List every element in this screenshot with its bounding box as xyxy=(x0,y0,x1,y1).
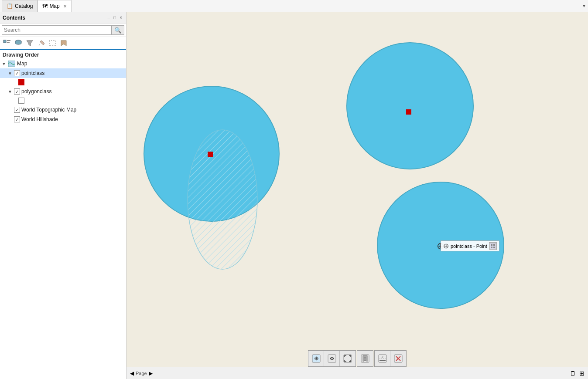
float-icon[interactable]: □ xyxy=(112,15,117,20)
map-expand-icon[interactable]: ▼ xyxy=(2,61,8,66)
pan-button[interactable]: ⊕ xyxy=(308,351,324,366)
pencil-icon[interactable] xyxy=(36,38,46,48)
filter-icon[interactable] xyxy=(24,38,35,48)
contents-header: Contents – □ × xyxy=(0,12,126,24)
rotate-button[interactable] xyxy=(324,351,340,366)
tab-map[interactable]: 🗺 Map ✕ xyxy=(38,0,71,12)
measure-button[interactable]: ✓ xyxy=(375,351,390,366)
map-tab-close[interactable]: ✕ xyxy=(63,4,67,9)
list-view-icon[interactable] xyxy=(2,38,12,48)
navigation-tools-group: ⊕ xyxy=(308,350,356,367)
pointclass-expand-icon[interactable]: ▼ xyxy=(8,71,14,76)
svg-rect-17 xyxy=(208,152,213,157)
layer-item-pointclass[interactable]: ▼ pointclass xyxy=(0,68,126,78)
catalog-tab-icon: 📋 xyxy=(7,3,13,9)
world-hillshade-label: World Hillshade xyxy=(21,116,58,122)
map-area[interactable]: ⊕ ⊕ pointclass - Point xyxy=(126,12,588,379)
bookmark-map-button[interactable] xyxy=(357,351,373,366)
minimize-icon[interactable]: – xyxy=(106,15,112,20)
measure-group: ✓ xyxy=(374,350,407,367)
page-label: Page xyxy=(136,371,147,376)
svg-rect-27 xyxy=(328,355,336,362)
svg-point-15 xyxy=(347,43,473,169)
bottom-toolbar: ⊕ xyxy=(308,350,407,367)
world-topo-label: World Topographic Map xyxy=(21,107,76,113)
map-canvas: ⊕ xyxy=(126,12,588,379)
status-bar: ◀ Page ▶ 🗒 ⊞ xyxy=(126,367,588,379)
svg-rect-1 xyxy=(7,40,10,41)
svg-point-14 xyxy=(188,130,257,269)
svg-marker-6 xyxy=(38,44,40,45)
select-icon[interactable] xyxy=(47,38,58,48)
main-layout: Contents – □ × 🔍 xyxy=(0,12,588,379)
svg-rect-5 xyxy=(40,41,44,45)
extent-button[interactable] xyxy=(340,351,356,366)
search-button[interactable]: 🔍 xyxy=(112,25,124,35)
pointclass-checkbox[interactable] xyxy=(14,70,20,76)
svg-rect-8 xyxy=(49,41,55,46)
layout-icon[interactable]: 🗒 xyxy=(570,370,576,377)
map-tab-icon: 🗺 xyxy=(42,3,48,9)
svg-text:⊕: ⊕ xyxy=(437,240,444,251)
svg-rect-7 xyxy=(49,41,55,46)
contents-toolbar xyxy=(0,37,126,50)
search-box: 🔍 xyxy=(0,24,126,37)
svg-rect-2 xyxy=(7,42,10,43)
map-layer-icon xyxy=(8,60,16,67)
svg-text:✓: ✓ xyxy=(381,355,384,359)
polygonclass-symbol xyxy=(18,98,24,104)
svg-text:⊕: ⊕ xyxy=(314,355,318,362)
map-layer-label: Map xyxy=(17,61,27,67)
contents-panel: Contents – □ × 🔍 xyxy=(0,12,126,379)
tab-catalog[interactable]: 📋 Catalog xyxy=(2,0,38,12)
world-hillshade-checkbox[interactable] xyxy=(14,116,20,122)
world-topo-checkbox[interactable] xyxy=(14,107,20,113)
layer-item-world-hillshade[interactable]: ▶ World Hillshade xyxy=(0,115,126,124)
tab-bar: 📋 Catalog 🗺 Map ✕ ▼ xyxy=(0,0,588,12)
catalog-tab-label: Catalog xyxy=(15,3,33,9)
search-input[interactable] xyxy=(2,25,112,35)
pointclass-legend xyxy=(0,78,126,87)
svg-rect-0 xyxy=(3,40,6,43)
cancel-button[interactable] xyxy=(390,351,406,366)
bookmark-group xyxy=(357,350,373,367)
svg-rect-18 xyxy=(406,109,411,115)
prev-page-btn[interactable]: ◀ xyxy=(130,370,134,376)
map-tab-label: Map xyxy=(49,3,59,9)
layer-item-polygonclass[interactable]: ▼ polygonclass xyxy=(0,87,126,96)
close-icon[interactable]: × xyxy=(118,15,123,20)
database-icon[interactable] xyxy=(13,38,24,48)
polygonclass-expand-icon[interactable]: ▼ xyxy=(8,89,14,94)
grid-view-icon[interactable]: ⊞ xyxy=(579,370,585,377)
pointclass-symbol xyxy=(18,79,24,85)
polygonclass-label: polygonclass xyxy=(21,88,51,95)
pointclass-label: pointclass xyxy=(21,70,44,76)
drawing-order-label: Drawing Order xyxy=(0,50,126,59)
svg-marker-4 xyxy=(27,41,33,46)
bookmark-icon[interactable] xyxy=(58,38,69,48)
next-page-btn[interactable]: ▶ xyxy=(149,370,153,376)
polygonclass-checkbox[interactable] xyxy=(14,88,20,95)
header-icons: – □ × xyxy=(106,15,123,20)
layer-tree: ▼ Map ▼ pointclass xyxy=(0,59,126,379)
layer-item-world-topo[interactable]: ▶ World Topographic Map xyxy=(0,105,126,115)
polygonclass-legend xyxy=(0,96,126,105)
layer-item-map[interactable]: ▼ Map xyxy=(0,59,126,68)
tab-dropdown[interactable]: ▼ xyxy=(582,3,586,8)
contents-title: Contents xyxy=(3,15,106,21)
